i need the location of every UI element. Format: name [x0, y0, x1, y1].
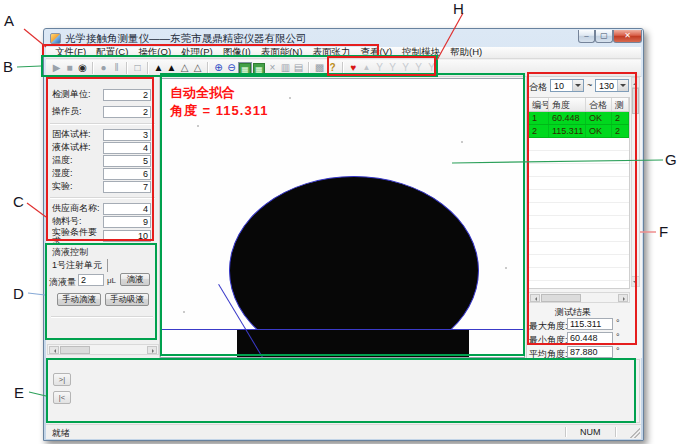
manual-aspirate-button[interactable]: 手动吸液 [105, 293, 149, 306]
baseline-fit-line [161, 329, 525, 330]
menu-help[interactable]: 帮助(H) [445, 46, 487, 59]
drop-outline-icon-1[interactable]: △ [178, 61, 191, 75]
resize-grip[interactable] [630, 428, 640, 438]
menu-process[interactable]: 处理(P) [176, 46, 218, 59]
scroll-up-icon[interactable] [632, 78, 639, 88]
scroll-left-icon[interactable] [49, 346, 59, 354]
view-toggle-icon-2[interactable]: ▦ [253, 63, 265, 74]
volume-label: 滴液量 [49, 276, 76, 289]
scroll-right-icon[interactable] [618, 294, 628, 302]
menu-bar: 文件(F) 配置(C) 操作(O) 处理(P) 图像(I) 表面能(N) 表面张… [46, 47, 641, 59]
volume-input[interactable]: 2 [78, 274, 104, 286]
operator-field[interactable]: 2 [103, 106, 151, 118]
experiment-field[interactable]: 7 [103, 181, 151, 193]
menu-view[interactable]: 查看(V) [355, 46, 397, 59]
image-noise [197, 125, 199, 127]
temperature-field[interactable]: 5 [103, 155, 151, 167]
col-angle[interactable]: 角度 [549, 98, 586, 111]
menu-config[interactable]: 配置(C) [91, 46, 133, 59]
step-forward-button[interactable]: >| [53, 373, 71, 386]
divider [50, 197, 155, 199]
range-from-select[interactable]: 10 [550, 79, 584, 92]
drop-image-view[interactable]: 自动全拟合 角度 = 115.311 [160, 78, 525, 358]
crosshair-icon[interactable]: ⊕ [212, 61, 225, 75]
supplier-field[interactable]: 4 [103, 203, 151, 215]
syringe-icon-4[interactable]: Y [412, 61, 425, 75]
syringe-icon-5[interactable]: Y [425, 61, 438, 75]
menu-surface-energy[interactable]: 表面能(N) [256, 46, 308, 59]
table-hscrollbar[interactable] [528, 292, 630, 303]
title-bar[interactable]: 光学接触角测量仪——东莞市晟鼎精密仪器有限公司 – ▢ ✕ [44, 29, 643, 47]
syringe-icon-3[interactable]: Y [399, 61, 412, 75]
scroll-thumb[interactable] [541, 294, 581, 302]
status-num-indicator: NUM [580, 427, 601, 437]
col-pass[interactable]: 合格 [586, 98, 612, 111]
syringe-icon-2[interactable]: Y [386, 61, 399, 75]
scroll-down-icon[interactable] [632, 276, 639, 286]
maximize-button[interactable]: ▢ [595, 30, 613, 43]
degree-unit: ° [616, 332, 620, 342]
injector-unit-tab[interactable]: 1号注射单元 [52, 259, 108, 272]
dispense-button[interactable]: 滴液 [120, 273, 150, 286]
menu-surface-tension[interactable]: 表面张力 [307, 46, 355, 59]
print-icon[interactable]: ▩ [313, 61, 326, 75]
cell-pass: OK [586, 125, 612, 137]
avg-angle-value[interactable]: 87.880 [567, 346, 613, 358]
detect-unit-field[interactable]: 2 [103, 89, 151, 101]
liquid-sample-field[interactable]: 4 [103, 142, 151, 154]
range-to-select[interactable]: 130 [595, 79, 629, 92]
paste-icon[interactable]: ▤ [292, 61, 305, 75]
scroll-thumb[interactable] [60, 346, 90, 354]
pause-icon[interactable]: ‖ [110, 61, 123, 75]
max-angle-value[interactable]: 115.311 [567, 318, 613, 330]
minimize-button[interactable]: – [578, 30, 595, 43]
menu-file[interactable]: 文件(F) [50, 46, 91, 59]
condition-field[interactable]: 10 [103, 230, 151, 242]
table-row[interactable]: 2 115.311 OK 2 [529, 125, 629, 138]
results-vscrollbar[interactable] [631, 77, 640, 287]
menu-image[interactable]: 图像(I) [218, 46, 256, 59]
humidity-field[interactable]: 6 [103, 168, 151, 180]
syringe-icon-1[interactable]: Y [373, 61, 386, 75]
menu-control-module[interactable]: 控制模块 [397, 46, 445, 59]
help-icon[interactable]: ? [326, 61, 339, 75]
stop-icon[interactable]: ■ [63, 61, 76, 75]
parameter-panel: 检测单位: 2 操作员: 2 固体试样: 3 液体试样: 4 温度: [47, 77, 160, 358]
status-bar: 就绪 NUM [46, 424, 641, 439]
record-icon[interactable]: ● [97, 61, 110, 75]
result-row: 最小角度: 60.448 ° [527, 332, 631, 345]
chevron-down-icon[interactable] [572, 80, 583, 91]
results-panel: 合格 10 ~ 130 编号 角度 [526, 77, 642, 358]
manual-dispense-button[interactable]: 手动滴液 [57, 293, 101, 306]
play-icon[interactable]: ▶ [50, 61, 63, 75]
baseline-icon[interactable]: ⊖ [225, 61, 238, 75]
scroll-right-icon[interactable] [147, 346, 157, 354]
left-panel-hscrollbar[interactable] [47, 344, 159, 355]
step-back-button[interactable]: |< [53, 391, 71, 404]
pass-label: 合格 [529, 81, 547, 94]
scroll-thumb[interactable] [632, 88, 639, 114]
dispense-drop-icon[interactable]: ♥ [347, 61, 360, 75]
col-id[interactable]: 编号 [529, 98, 549, 111]
menu-operate[interactable]: 操作(O) [133, 46, 176, 59]
close-button[interactable]: ✕ [613, 30, 642, 43]
needle-up-icon[interactable]: ▲ [360, 61, 373, 75]
drop-filled-icon-2[interactable]: ▲ [165, 61, 178, 75]
copy-icon[interactable]: ▥ [279, 61, 292, 75]
result-row: 最大角度: 115.311 ° [527, 318, 631, 331]
chevron-down-icon[interactable] [617, 80, 628, 91]
cut-icon[interactable]: × [266, 61, 279, 75]
drop-outline-icon-2[interactable]: △ [191, 61, 204, 75]
drop-filled-icon-1[interactable]: ▲ [152, 61, 165, 75]
field-row: 液体试样: 4 [47, 142, 159, 155]
field-label: 供应商名称: [52, 204, 104, 213]
scroll-left-icon[interactable] [530, 294, 540, 302]
solid-sample-field[interactable]: 3 [103, 129, 151, 141]
col-time[interactable]: 测 [612, 98, 629, 111]
table-row[interactable]: 1 60.448 OK 2 [529, 112, 629, 125]
min-angle-value[interactable]: 60.448 [567, 332, 613, 344]
field-row: 供应商名称: 4 [47, 203, 159, 216]
camera-icon[interactable]: ◉ [76, 61, 89, 75]
frame-icon[interactable]: □ [131, 61, 144, 75]
view-toggle-icon-1[interactable]: ▦ [239, 63, 251, 74]
